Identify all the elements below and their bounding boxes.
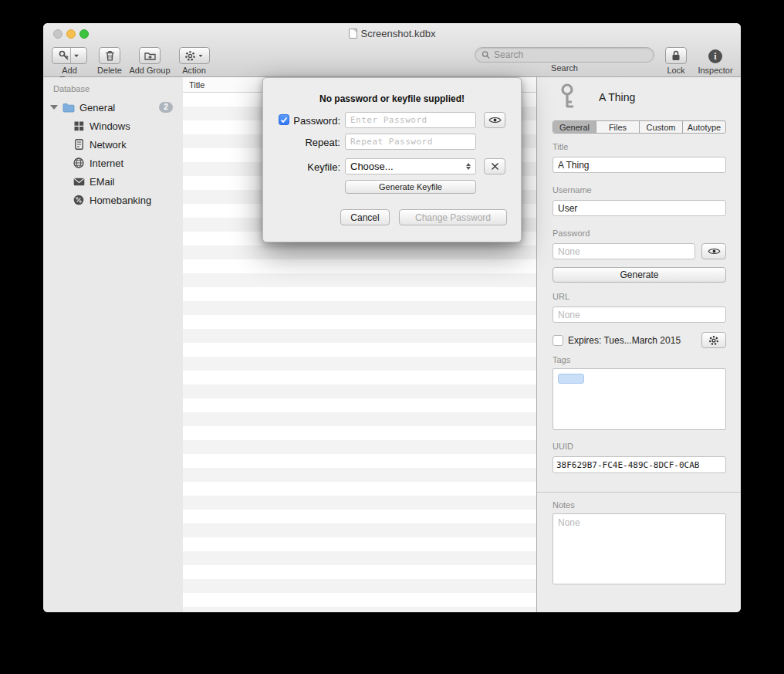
sidebar-item-network[interactable]: Network (43, 135, 183, 154)
eye-icon (708, 247, 721, 256)
column-header-title[interactable]: Title (189, 77, 204, 93)
entry-count-badge: 2 (159, 102, 173, 113)
inspector-tabs: General Files Custom Autotype (553, 120, 726, 134)
tab-autotype[interactable]: Autotype (683, 121, 725, 133)
sidebar-item-label: Internet (90, 157, 123, 169)
toolbar-inspector: i Inspector (695, 47, 735, 75)
search-input[interactable] (494, 49, 647, 60)
add-entry-dropdown[interactable] (71, 54, 82, 58)
sidebar-item-label: Network (90, 139, 127, 151)
sidebar-item-email[interactable]: EMail (43, 172, 183, 191)
key-icon (58, 49, 70, 62)
toolbar-delete: Delete (96, 47, 123, 75)
sidebar-item-label: Windows (90, 120, 130, 132)
tags-label: Tags (553, 355, 570, 364)
delete-label: Delete (96, 66, 123, 75)
sidebar-item-internet[interactable]: Internet (43, 154, 183, 172)
change-password-dialog: No password or keyfile supplied! Passwor… (262, 77, 522, 242)
toolbar-add-group: Add Group (127, 47, 172, 75)
keyfile-select[interactable]: Choose... (345, 158, 476, 174)
change-password-button[interactable]: Change Password (399, 209, 507, 225)
inspector-label: Inspector (695, 66, 735, 75)
search-icon (482, 50, 490, 59)
inspector-button[interactable]: i (708, 47, 722, 64)
dialog-password-input[interactable] (345, 112, 476, 128)
expires-checkbox[interactable] (553, 335, 563, 346)
eye-icon (488, 116, 502, 124)
generate-password-button[interactable]: Generate (553, 267, 726, 283)
sidebar-header: Database (43, 77, 183, 98)
username-label: Username (553, 185, 592, 195)
window-title: Screenshot.kdbx (43, 23, 741, 44)
sidebar-item-homebanking[interactable]: Homebanking (43, 191, 183, 209)
search-field[interactable] (475, 47, 654, 63)
key-icon (556, 83, 579, 113)
search-label: Search (475, 63, 654, 73)
sidebar-item-label: General (79, 102, 115, 113)
titlebar: Screenshot.kdbx (43, 23, 741, 44)
title-field[interactable] (553, 157, 726, 173)
lock-icon (671, 50, 681, 61)
globe-icon (73, 157, 85, 169)
dialog-reveal-password-button[interactable] (484, 112, 505, 128)
email-icon (73, 175, 85, 188)
lock-button[interactable] (665, 47, 687, 64)
toolbar-search: Search (475, 44, 654, 73)
gear-icon (708, 335, 719, 346)
toolbar: Add Entry Delete Add Group Action (43, 44, 741, 77)
minimize-button[interactable] (66, 29, 76, 39)
add-entry-button[interactable] (52, 47, 87, 64)
sidebar-item-general[interactable]: General 2 (43, 98, 183, 117)
username-field[interactable] (553, 200, 726, 216)
folder-icon (63, 101, 75, 113)
action-button[interactable] (179, 47, 210, 64)
dialog-password-label: Password: (266, 115, 340, 127)
percent-icon (73, 194, 85, 206)
sidebar-item-windows[interactable]: Windows (43, 117, 183, 135)
url-field[interactable] (553, 307, 726, 323)
close-icon (491, 162, 499, 171)
tag-pill[interactable] (558, 374, 584, 384)
clear-keyfile-button[interactable] (484, 158, 505, 174)
password-field[interactable] (553, 243, 695, 259)
network-icon (73, 138, 85, 151)
dialog-repeat-label: Repeat: (266, 137, 340, 148)
tab-custom[interactable]: Custom (640, 121, 683, 133)
tags-box[interactable] (553, 368, 726, 430)
window-title-text: Screenshot.kdbx (361, 28, 436, 39)
action-label: Action (177, 66, 211, 75)
url-label: URL (553, 292, 569, 301)
info-icon: i (708, 49, 722, 63)
reveal-password-button[interactable] (701, 243, 726, 259)
tab-general[interactable]: General (553, 121, 596, 133)
app-window: Screenshot.kdbx Add Entry Delete (43, 23, 741, 612)
disclosure-triangle-icon[interactable] (50, 105, 58, 110)
folder-plus-icon (144, 51, 156, 61)
uuid-label: UUID (553, 442, 573, 451)
lock-label: Lock (661, 66, 691, 75)
toolbar-action: Action (177, 47, 211, 75)
chevron-down-icon (199, 55, 203, 57)
expires-row: Expires: Tues...March 2015 (553, 333, 726, 348)
gear-icon (184, 50, 196, 62)
dialog-repeat-input[interactable] (345, 134, 476, 150)
add-group-label: Add Group (127, 66, 172, 75)
dialog-keyfile-label: Keyfile: (266, 161, 340, 173)
dialog-message: No password or keyfile supplied! (263, 93, 521, 104)
sidebar-item-label: EMail (90, 176, 115, 188)
password-label: Password (553, 229, 590, 238)
delete-button[interactable] (99, 47, 120, 64)
tab-files[interactable]: Files (596, 121, 640, 133)
stepper-icon (466, 163, 471, 170)
uuid-field[interactable] (553, 456, 726, 473)
window-chrome: Screenshot.kdbx Add Entry Delete (43, 23, 741, 77)
add-group-button[interactable] (139, 47, 161, 64)
cancel-button[interactable]: Cancel (340, 209, 390, 225)
toolbar-lock: Lock (661, 47, 691, 75)
notes-field[interactable]: None (553, 513, 726, 584)
notes-label: Notes (553, 500, 575, 510)
generate-keyfile-button[interactable]: Generate Keyfile (345, 180, 476, 194)
zoom-button[interactable] (79, 29, 89, 39)
expires-options-button[interactable] (701, 332, 726, 348)
close-button[interactable] (53, 29, 63, 39)
